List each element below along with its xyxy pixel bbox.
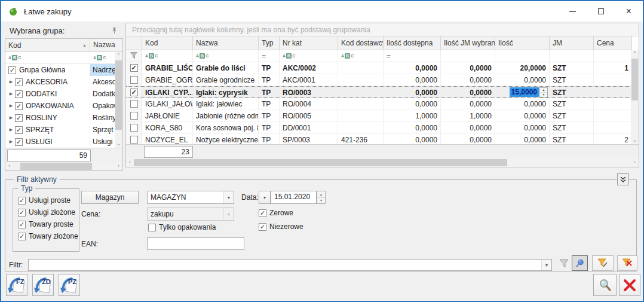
zd-button[interactable]: ZD — [32, 274, 54, 296]
scroll-left-button[interactable]: ‹ — [126, 158, 134, 166]
quantity-spinner[interactable]: ▲▼ — [539, 87, 548, 97]
tree-checkbox[interactable]: ✓ — [15, 138, 23, 146]
tree-row[interactable]: ▶✓ROŚLINYRośliny — [5, 112, 122, 124]
grid-column-header[interactable]: Kod — [142, 36, 193, 50]
grid-row[interactable]: NOŻYCE_ELNożyce elektryczneTPSP/0003421-… — [126, 134, 639, 144]
grid-column-header[interactable]: Ilość — [495, 36, 550, 50]
row-checkbox[interactable]: ✓ — [130, 64, 138, 72]
spin-down-icon[interactable]: ▼ — [317, 198, 325, 204]
tree-row[interactable]: ▶✓DODATKIDodatki — [5, 88, 122, 100]
checkbox[interactable]: ✓ — [18, 221, 26, 228]
filter-cell[interactable] — [594, 50, 632, 62]
tree-checkbox[interactable]: ✓ — [15, 114, 23, 122]
grid-row[interactable]: ✓GRABIE_LIŚCIEGrabie do liściTPAKC/00020… — [126, 62, 639, 74]
scroll-thumb[interactable] — [20, 163, 92, 170]
grid-column-header[interactable]: Ilość dostępna — [384, 36, 441, 50]
spin-down-icon[interactable]: ▼ — [540, 93, 547, 97]
scroll-thumb[interactable] — [631, 59, 638, 100]
fz-button[interactable]: FZ — [6, 274, 27, 296]
filter-cell[interactable]: = — [259, 50, 280, 62]
grid-row[interactable]: JABŁONIEJabłonie (różne odm...TPRO/00051… — [126, 110, 639, 122]
magazyn-combo[interactable]: MAGAZYN ▼ — [147, 191, 234, 204]
expand-icon[interactable]: ▶ — [7, 91, 15, 96]
scroll-up-button[interactable]: ⌃ — [631, 50, 639, 58]
scroll-thumb[interactable] — [115, 60, 122, 130]
ean-input[interactable] — [147, 237, 244, 250]
scroll-left-button[interactable]: ‹ — [5, 162, 13, 170]
scroll-right-button[interactable]: › — [631, 158, 639, 166]
zerowe-checkbox[interactable]: ✓ Zerowe — [259, 209, 293, 217]
scroll-thumb[interactable] — [134, 159, 507, 166]
tylko-opakowania-checkbox[interactable]: Tylko opakowania — [148, 223, 216, 231]
grid-row[interactable]: KORA_S80Kora sosnowa poj. 8...TPDD/00010… — [126, 122, 639, 134]
tree-hscrollbar[interactable]: ‹ › — [5, 162, 122, 170]
filter-pin-toggle[interactable] — [572, 255, 588, 271]
grid-hscrollbar[interactable]: ‹ › — [126, 158, 639, 167]
grid-column-header[interactable]: JM — [550, 36, 594, 50]
scroll-right-button[interactable]: › — [115, 162, 122, 170]
grid-row[interactable]: IGLAKI_JAŁOW...Iglaki: jałowiecTPRO/0004… — [126, 98, 639, 110]
filter-cell[interactable] — [550, 50, 594, 62]
checkbox[interactable]: ✓ — [259, 209, 266, 217]
scroll-down-button[interactable]: ⌄ — [631, 136, 639, 144]
maximize-button[interactable] — [587, 1, 615, 22]
row-checkbox[interactable] — [130, 124, 138, 132]
tree-column-nazwa[interactable]: Nazwa — [90, 39, 122, 51]
filter-clear-button[interactable] — [617, 255, 637, 271]
pin-icon[interactable] — [110, 26, 118, 35]
filter-edit-button[interactable] — [592, 255, 614, 271]
filter-cell[interactable]: ABC — [142, 50, 193, 62]
typ-option[interactable]: ✓Usługi proste — [18, 196, 79, 205]
close-button[interactable]: × — [615, 1, 643, 22]
expand-icon[interactable]: ▶ — [7, 127, 15, 132]
collapse-filter-button[interactable] — [617, 173, 629, 185]
date-field[interactable]: 15.01.2020 — [271, 191, 317, 204]
spin-up-icon[interactable]: ▲ — [317, 191, 325, 198]
tree-checkbox[interactable]: ✓ — [15, 102, 23, 110]
spin-up-icon[interactable]: ▲ — [540, 88, 547, 93]
filter-cell[interactable]: ABC — [338, 50, 384, 62]
close-window-button[interactable] — [619, 274, 640, 296]
tree-checkbox[interactable]: ✓ — [15, 90, 23, 98]
scroll-up-button[interactable]: ⌃ — [115, 52, 122, 60]
expand-icon[interactable]: ▶ — [7, 115, 15, 120]
filtr-combo[interactable]: ▼ — [28, 259, 552, 271]
dropdown-arrow-icon[interactable]: ▼ — [541, 260, 551, 270]
expand-icon[interactable]: ▶ — [7, 80, 15, 84]
row-checkbox[interactable] — [130, 76, 138, 84]
row-checkbox[interactable] — [130, 100, 138, 108]
row-checkbox[interactable]: ✓ — [130, 89, 138, 96]
filter-cell[interactable] — [441, 50, 495, 62]
filter-cell[interactable]: = — [384, 50, 441, 62]
tree-checkbox[interactable]: ✓ — [15, 126, 23, 134]
grid-column-header[interactable]: Nr kat — [280, 36, 338, 50]
minimize-button[interactable] — [559, 1, 587, 22]
typ-option[interactable]: ✓Towary proste — [18, 220, 79, 228]
grid-row[interactable]: ✓IGLAKI_CYP...Iglaki: cyprysikTPRO/00030… — [126, 86, 639, 98]
tree-checkbox[interactable]: ✓ — [15, 78, 23, 86]
pz-button[interactable]: PZ — [59, 274, 80, 296]
tree-row[interactable]: ▶✓AKCESORIAAkcesoria — [5, 76, 122, 88]
grid-column-header[interactable]: Cena — [594, 36, 632, 50]
tree-checkbox[interactable]: ✓ — [8, 66, 16, 74]
grid-row[interactable]: GRABIE_OGRGrabie ogrodniczeTPAKC/00010,0… — [126, 74, 639, 86]
filter-cell[interactable]: ABC — [280, 50, 338, 62]
search-button[interactable] — [593, 274, 617, 296]
date-dropdown-button[interactable]: ▼ — [259, 191, 271, 204]
grid-column-header[interactable]: Kod dostawcy — [338, 36, 384, 50]
magazyn-button[interactable]: Magazyn — [81, 191, 139, 204]
tree-column-kod[interactable]: Kod ▲ — [5, 39, 90, 51]
grid-column-header[interactable]: Ilość JM wybrana — [441, 36, 495, 50]
checkbox[interactable]: ✓ — [18, 209, 26, 216]
typ-option[interactable]: ✓Towary złożone — [18, 232, 79, 240]
tree-row[interactable]: ▶✓SPRZĘTSprzęt — [5, 124, 122, 136]
grid-cell[interactable]: 15,0000▲▼ — [495, 87, 550, 97]
tree-row[interactable]: ✓Grupa GłównaNadrzędna — [5, 64, 122, 76]
typ-option[interactable]: ✓Usługi złożone — [18, 208, 79, 216]
row-checkbox[interactable] — [130, 112, 138, 120]
grid-column-header[interactable]: Nazwa — [193, 36, 259, 50]
expand-icon[interactable]: ▶ — [7, 139, 15, 144]
quantity-editor[interactable]: 15,0000 — [510, 87, 539, 97]
grid-column-header[interactable]: Typ — [259, 36, 280, 50]
niezerowe-checkbox[interactable]: ✓ Niezerowe — [259, 222, 303, 231]
